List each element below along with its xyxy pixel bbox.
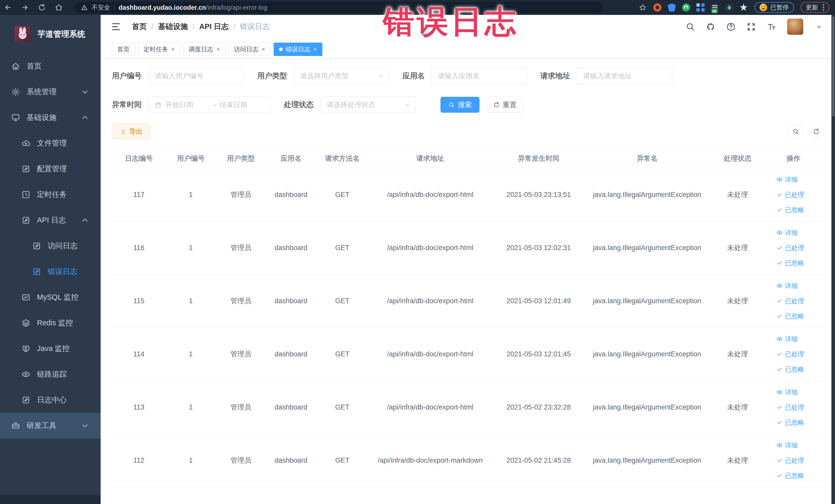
close-tab-icon[interactable]: × xyxy=(217,46,220,53)
tab-首页[interactable]: 首页 xyxy=(112,43,135,56)
column-header: 操作 xyxy=(767,154,820,163)
action-ignored[interactable]: 已忽略 xyxy=(776,259,810,267)
green-check-extension-icon[interactable] xyxy=(682,3,690,12)
sidebar-item-config[interactable]: 配置管理 xyxy=(0,156,101,182)
bookmark-star-icon[interactable] xyxy=(639,4,647,11)
font-size-icon[interactable] xyxy=(767,22,776,32)
sidebar-item-dev-tools[interactable]: 研发工具 xyxy=(0,413,101,439)
action-detail[interactable]: 详细 xyxy=(776,282,810,290)
user-menu-caret-icon[interactable] xyxy=(814,22,824,32)
switch-extension-icon[interactable]: on xyxy=(711,3,719,12)
tab-访问日志[interactable]: 访问日志× xyxy=(228,43,270,56)
scrollbar-thumb[interactable] xyxy=(832,16,834,117)
sidebar-item-java[interactable]: Java 监控 xyxy=(0,336,101,362)
sidebar-item-file[interactable]: 文件管理 xyxy=(0,130,101,156)
address-bar[interactable]: 不安全 dashboard.yudao.iocoder.cn/infra/log… xyxy=(75,2,603,13)
date-range-picker[interactable]: 开始日期 - 结束日期 xyxy=(148,97,270,113)
close-tab-icon[interactable]: × xyxy=(171,46,175,53)
action-processed[interactable]: 已处理 xyxy=(776,350,810,358)
sidebar-item-trace[interactable]: 链路追踪 xyxy=(0,362,101,387)
tab-调度日志[interactable]: 调度日志× xyxy=(183,43,225,56)
github-icon[interactable] xyxy=(706,22,715,32)
refresh-table-button[interactable] xyxy=(809,124,824,139)
help-icon[interactable] xyxy=(726,22,736,32)
sidebar-item-access-log[interactable]: 访问日志 xyxy=(0,233,101,259)
check-icon xyxy=(776,298,782,304)
sidebar-item-mysql[interactable]: MySQL 监控 xyxy=(0,284,101,310)
check-icon xyxy=(776,191,782,198)
tab-错误日志[interactable]: 错误日志× xyxy=(273,43,322,56)
req-url-input[interactable]: 请输入请求地址 xyxy=(577,68,672,84)
action-detail[interactable]: 详细 xyxy=(776,175,810,184)
pin-extension-icon[interactable] xyxy=(739,3,748,12)
sprout-extension-icon[interactable] xyxy=(725,3,733,12)
start-date-placeholder: 开始日期 xyxy=(166,100,211,109)
sidebar-item-system[interactable]: 系统管理 xyxy=(0,79,101,105)
sidebar-item-log-center[interactable]: 日志中心 xyxy=(0,387,101,413)
page-scrollbar[interactable] xyxy=(831,15,835,504)
sidebar-item-home[interactable]: 首页 xyxy=(0,54,101,79)
grid-extension-icon[interactable] xyxy=(696,3,705,12)
shield-extension-icon[interactable] xyxy=(668,3,676,12)
browser-menu-icon[interactable] xyxy=(823,7,824,8)
table-row: 1131管理员dashboardGET/api/infra/db-doc/exp… xyxy=(112,381,824,434)
action-label: 已忽略 xyxy=(785,312,804,320)
breadcrumb-item[interactable]: 首页 xyxy=(132,22,147,32)
toggle-search-button[interactable] xyxy=(788,124,803,139)
action-processed[interactable]: 已处理 xyxy=(776,456,810,465)
time-filter-label: 异常时间 xyxy=(112,100,142,110)
action-ignored[interactable]: 已忽略 xyxy=(776,365,810,374)
cell-time: 2021-05-03 12:01:45 xyxy=(492,350,586,358)
reset-button[interactable]: 重置 xyxy=(487,97,523,113)
action-ignored[interactable]: 已忽略 xyxy=(776,471,810,480)
action-processed[interactable]: 已处理 xyxy=(776,403,810,411)
sidebar-item-label: 配置管理 xyxy=(37,164,67,174)
close-tab-icon[interactable]: × xyxy=(313,46,317,53)
sidebar-item-api-log[interactable]: API 日志 xyxy=(0,207,101,233)
status-select[interactable]: 请选择处理状态 xyxy=(320,97,416,113)
action-ignored[interactable]: 已忽略 xyxy=(776,418,810,427)
action-processed[interactable]: 已处理 xyxy=(776,190,810,199)
action-detail[interactable]: 详细 xyxy=(776,228,810,237)
breadcrumb-item[interactable]: 基础设施 xyxy=(158,22,188,32)
tab-定时任务[interactable]: 定时任务× xyxy=(138,43,180,56)
sidebar-item-redis[interactable]: Redis 监控 xyxy=(0,310,101,336)
user-type-select[interactable]: 请选择用户类型 xyxy=(294,68,389,84)
back-icon[interactable] xyxy=(4,4,12,11)
action-label: 详细 xyxy=(785,388,798,397)
calendar-icon xyxy=(155,101,161,108)
cell-url: /api/infra/db-doc/export-html xyxy=(369,191,492,199)
action-detail[interactable]: 详细 xyxy=(776,335,810,343)
sidebar-item-infra[interactable]: 基础设施 xyxy=(0,105,101,130)
user-avatar[interactable] xyxy=(787,19,803,35)
search-button[interactable]: 搜索 xyxy=(441,97,480,113)
app-name-input[interactable]: 请输入应用名 xyxy=(431,68,527,84)
sidebar-item-label: 系统管理 xyxy=(27,87,57,97)
action-ignored[interactable]: 已忽略 xyxy=(776,206,810,214)
breadcrumb-item[interactable]: API 日志 xyxy=(199,22,228,32)
export-button[interactable]: 导出 xyxy=(112,124,150,139)
action-processed[interactable]: 已处理 xyxy=(776,297,810,305)
action-processed[interactable]: 已处理 xyxy=(776,244,810,252)
sidebar-item-job[interactable]: 定时任务 xyxy=(0,182,101,207)
action-detail[interactable]: 详细 xyxy=(776,441,810,449)
hamburger-icon[interactable] xyxy=(111,22,121,32)
adblock-extension-icon[interactable] xyxy=(653,3,661,12)
fullscreen-icon[interactable] xyxy=(747,22,756,32)
user-id-input[interactable]: 请输入用户编号 xyxy=(148,68,244,84)
forward-icon[interactable] xyxy=(21,4,29,11)
chevron-down-icon xyxy=(81,87,89,96)
browser-home-icon[interactable] xyxy=(55,4,63,11)
action-ignored[interactable]: 已忽略 xyxy=(776,312,810,320)
action-detail[interactable]: 详细 xyxy=(776,388,810,397)
search-icon[interactable] xyxy=(686,22,695,32)
reload-icon[interactable] xyxy=(38,4,46,11)
check-icon xyxy=(776,207,782,213)
sidebar: 芋道管理系统 首页系统管理基础设施文件管理配置管理定时任务API 日志访问日志错… xyxy=(0,15,101,504)
browser-update-button[interactable]: 更新 xyxy=(801,2,829,13)
sidebar-item-error-log[interactable]: 错误日志 xyxy=(0,259,101,284)
update-label: 更新 xyxy=(806,3,818,12)
logo-row[interactable]: 芋道管理系统 xyxy=(0,15,101,54)
close-tab-icon[interactable]: × xyxy=(262,46,265,53)
paused-extension-badge[interactable]: 已暂停 xyxy=(754,2,794,13)
